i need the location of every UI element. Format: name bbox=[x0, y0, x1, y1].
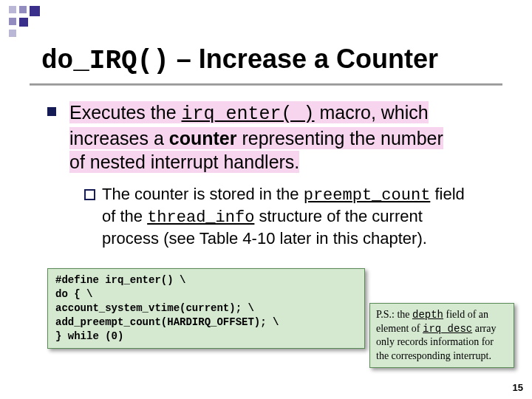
t: P.S.: the bbox=[376, 309, 412, 320]
t: of nested interrupt handlers. bbox=[69, 151, 299, 172]
t: representing the number bbox=[236, 128, 443, 149]
code-irq-desc: irq_desc bbox=[423, 323, 472, 335]
title-rest: – Increase a Counter bbox=[169, 44, 438, 74]
bullet-sub: The counter is stored in the preempt_cou… bbox=[84, 184, 501, 249]
t: The counter is stored in the bbox=[102, 185, 304, 203]
code-depth: depth bbox=[412, 309, 443, 321]
t: counter bbox=[169, 128, 237, 149]
t: structure of the current bbox=[254, 207, 422, 225]
code-line: } while (0) bbox=[55, 330, 123, 342]
bullet-main: Executes the irq_enter( ) macro, which i… bbox=[44, 100, 501, 174]
code-line: #define irq_enter() \ bbox=[55, 274, 185, 286]
t: field bbox=[430, 185, 464, 203]
t: process (see Table 4-10 later in this ch… bbox=[102, 229, 427, 248]
t: macro, which bbox=[315, 102, 429, 123]
code-line: do { \ bbox=[55, 288, 92, 300]
code-line: account_system_vtime(current); \ bbox=[55, 302, 254, 314]
code-thread-info: thread_info bbox=[147, 208, 254, 227]
code-line: add_preempt_count(HARDIRQ_OFFSET); \ bbox=[55, 316, 279, 328]
code-preempt-count: preempt_count bbox=[304, 186, 431, 205]
code-irq-enter: irq_enter( ) bbox=[181, 103, 314, 125]
page-number: 15 bbox=[513, 382, 523, 393]
t: increases a bbox=[69, 128, 169, 149]
t: of the bbox=[102, 207, 147, 225]
code-block: #define irq_enter() \ do { \ account_sys… bbox=[47, 268, 365, 348]
ps-note: P.S.: the depth field of an element of i… bbox=[369, 303, 514, 368]
sub-bullets: The counter is stored in the preempt_cou… bbox=[44, 184, 501, 249]
corner-decoration bbox=[0, 0, 89, 52]
t: Executes the bbox=[69, 102, 181, 123]
